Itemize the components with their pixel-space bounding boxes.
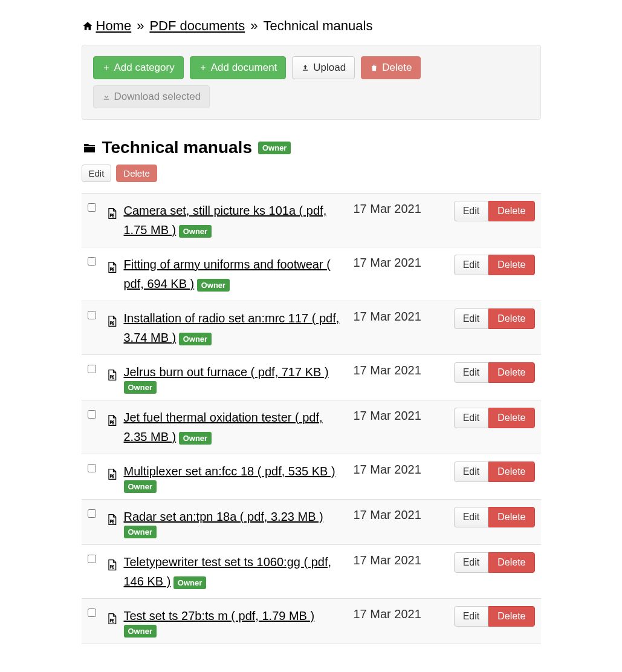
document-date: 17 Mar 2021: [354, 408, 444, 423]
document-date: 17 Mar 2021: [354, 255, 444, 270]
owner-badge: Owner: [124, 381, 157, 394]
table-row: Jet fuel thermal oxidation tester ( pdf,…: [82, 400, 541, 454]
edit-category-button[interactable]: Edit: [82, 165, 112, 182]
delete-button[interactable]: Delete: [488, 255, 534, 275]
edit-button[interactable]: Edit: [454, 255, 489, 275]
row-select-checkbox[interactable]: [88, 608, 96, 617]
document-link[interactable]: Jet fuel thermal oxidation tester ( pdf,…: [124, 411, 323, 443]
edit-button[interactable]: Edit: [454, 308, 489, 329]
row-select-checkbox[interactable]: [88, 410, 96, 419]
document-date: 17 Mar 2021: [354, 362, 444, 377]
add-document-label: Add document: [211, 62, 277, 74]
delete-label: Delete: [382, 62, 412, 74]
delete-button[interactable]: Delete: [488, 507, 534, 527]
row-select-checkbox[interactable]: [88, 509, 96, 518]
download-icon: [102, 93, 111, 101]
delete-button[interactable]: Delete: [488, 606, 534, 627]
pdf-icon: [106, 362, 124, 382]
row-select-checkbox[interactable]: [88, 464, 96, 472]
plus-icon: [102, 64, 111, 72]
document-link[interactable]: Radar set an:tpn 18a ( pdf, 3.23 MB ): [124, 510, 323, 523]
add-category-label: Add category: [114, 62, 175, 74]
owner-badge: Owner: [173, 576, 206, 589]
edit-button[interactable]: Edit: [454, 462, 489, 482]
pdf-icon: [106, 308, 124, 328]
owner-badge: Owner: [258, 142, 291, 154]
table-row: Teletypewriter test set ts 1060:gg ( pdf…: [82, 545, 541, 599]
owner-badge: Owner: [179, 225, 212, 238]
document-link[interactable]: Jelrus burn out furnace ( pdf, 717 KB ): [124, 365, 329, 379]
table-row: Fitting of army uniforms and footwear ( …: [82, 247, 541, 301]
document-date: 17 Mar 2021: [354, 552, 444, 567]
pdf-icon: [106, 462, 124, 481]
upload-label: Upload: [313, 62, 346, 74]
edit-button[interactable]: Edit: [454, 362, 489, 383]
table-row: Jelrus burn out furnace ( pdf, 717 KB ) …: [82, 355, 541, 400]
edit-button[interactable]: Edit: [454, 507, 489, 527]
add-document-button[interactable]: Add document: [190, 56, 287, 79]
delete-button[interactable]: Delete: [488, 462, 534, 482]
document-date: 17 Mar 2021: [354, 507, 444, 522]
breadcrumb-sep: »: [250, 18, 258, 34]
table-row: Camera set, still picture ks 101a ( pdf,…: [82, 194, 541, 247]
document-date: 17 Mar 2021: [354, 308, 444, 324]
document-date: 17 Mar 2021: [354, 462, 444, 477]
breadcrumb-sep: »: [137, 18, 144, 34]
breadcrumb-pdf[interactable]: PDF documents: [149, 18, 245, 34]
download-selected-label: Download selected: [114, 91, 201, 103]
owner-badge: Owner: [179, 333, 212, 345]
delete-button[interactable]: Delete: [488, 201, 534, 221]
edit-button[interactable]: Edit: [454, 606, 489, 627]
document-list: Camera set, still picture ks 101a ( pdf,…: [82, 193, 541, 644]
breadcrumb-home[interactable]: Home: [96, 18, 132, 34]
owner-badge: Owner: [124, 625, 157, 638]
table-row: Installation of radio set an:mrc 117 ( p…: [82, 301, 541, 355]
pdf-icon: [106, 552, 124, 572]
folder-icon: [82, 140, 97, 155]
owner-badge: Owner: [197, 279, 230, 292]
delete-button[interactable]: Delete: [488, 408, 534, 428]
pdf-icon: [106, 606, 124, 625]
table-row: Radar set an:tpn 18a ( pdf, 3.23 MB ) Ow…: [82, 500, 541, 545]
row-select-checkbox[interactable]: [88, 257, 96, 266]
delete-button[interactable]: Delete: [488, 362, 534, 383]
delete-button[interactable]: Delete: [488, 308, 534, 329]
delete-button[interactable]: Delete: [361, 56, 421, 79]
plus-icon: [199, 64, 207, 72]
add-category-button[interactable]: Add category: [93, 56, 184, 79]
pdf-icon: [106, 201, 124, 220]
toolbar: Add category Add document Upload Delete …: [82, 45, 541, 120]
document-link[interactable]: Test set ts 27b:ts m ( pdf, 1.79 MB ): [124, 609, 315, 622]
breadcrumb-current: Technical manuals: [263, 18, 372, 34]
pdf-icon: [106, 408, 124, 427]
download-selected-button[interactable]: Download selected: [93, 85, 210, 108]
document-link[interactable]: Multiplexer set an:fcc 18 ( pdf, 535 KB …: [124, 465, 335, 478]
document-link[interactable]: Installation of radio set an:mrc 117 ( p…: [124, 312, 340, 344]
breadcrumb: Home » PDF documents » Technical manuals: [82, 18, 541, 34]
upload-icon: [301, 64, 309, 72]
row-select-checkbox[interactable]: [88, 365, 96, 373]
pdf-icon: [106, 255, 124, 274]
owner-badge: Owner: [124, 526, 157, 538]
pdf-icon: [106, 507, 124, 526]
document-date: 17 Mar 2021: [354, 606, 444, 621]
edit-button[interactable]: Edit: [454, 552, 489, 573]
delete-button[interactable]: Delete: [488, 552, 534, 573]
owner-badge: Owner: [124, 480, 157, 493]
table-row: Multiplexer set an:fcc 18 ( pdf, 535 KB …: [82, 454, 541, 500]
trash-icon: [370, 64, 378, 72]
home-icon: [82, 21, 94, 31]
row-select-checkbox[interactable]: [88, 311, 96, 319]
edit-button[interactable]: Edit: [454, 201, 489, 221]
delete-category-button[interactable]: Delete: [116, 165, 157, 182]
document-date: 17 Mar 2021: [354, 201, 444, 216]
owner-badge: Owner: [179, 432, 212, 445]
upload-button[interactable]: Upload: [292, 56, 355, 79]
table-row: Test set ts 27b:ts m ( pdf, 1.79 MB ) Ow…: [82, 599, 541, 644]
row-select-checkbox[interactable]: [88, 555, 96, 563]
document-link[interactable]: Teletypewriter test set ts 1060:gg ( pdf…: [124, 555, 332, 588]
document-link[interactable]: Camera set, still picture ks 101a ( pdf,…: [124, 204, 327, 237]
row-select-checkbox[interactable]: [88, 203, 96, 212]
edit-button[interactable]: Edit: [454, 408, 489, 428]
page-title-text: Technical manuals: [102, 138, 252, 157]
